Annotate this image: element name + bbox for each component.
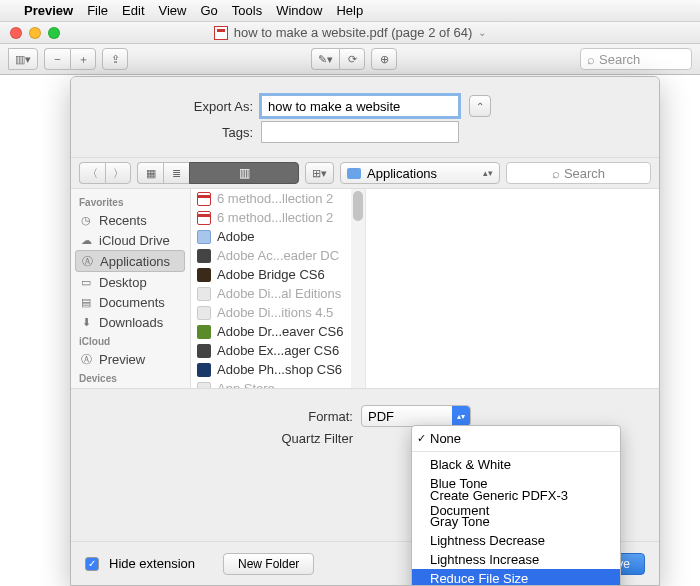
filter-option-reduce-file-size[interactable]: Reduce File Size bbox=[412, 569, 620, 586]
forward-button[interactable]: 〉 bbox=[105, 162, 131, 184]
file-name: 6 method...llection 2 bbox=[217, 210, 333, 225]
window-toolbar: ▥▾ − ＋ ⇪ ✎▾ ⟳ ⊕ ⌕ Search bbox=[0, 44, 700, 75]
browser-search-input[interactable]: ⌕ Search bbox=[506, 162, 651, 184]
file-icon bbox=[197, 363, 211, 377]
hide-extension-checkbox[interactable]: ✓ bbox=[85, 557, 99, 571]
browser-search-placeholder: Search bbox=[564, 166, 605, 181]
share-button[interactable]: ⇪ bbox=[102, 48, 128, 70]
sidebar-group-header: Favorites bbox=[71, 193, 190, 210]
menu-tools[interactable]: Tools bbox=[232, 3, 262, 18]
zoom-group: − ＋ bbox=[44, 48, 96, 70]
sidebar-toggle-button[interactable]: ▥▾ bbox=[8, 48, 38, 70]
popup-arrows-icon: ▴▾ bbox=[483, 168, 493, 178]
location-popup[interactable]: Applications ▴▾ bbox=[340, 162, 500, 184]
markup-group: ✎▾ ⟳ bbox=[311, 48, 365, 70]
file-item[interactable]: Adobe Ph...shop CS6▶ bbox=[191, 360, 365, 379]
file-name: Adobe Di...al Editions bbox=[217, 286, 341, 301]
icon-view-button[interactable]: ▦ bbox=[137, 162, 163, 184]
list-view-button[interactable]: ≣ bbox=[163, 162, 189, 184]
format-value: PDF bbox=[368, 409, 394, 424]
export-filename-input[interactable] bbox=[261, 95, 459, 117]
close-window-icon[interactable] bbox=[10, 27, 22, 39]
menu-go[interactable]: Go bbox=[200, 3, 217, 18]
minimize-window-icon[interactable] bbox=[29, 27, 41, 39]
app-menu[interactable]: Preview bbox=[24, 3, 73, 18]
browser-sidebar: Favorites◷Recents☁iCloud DriveⒶApplicati… bbox=[71, 189, 191, 388]
sidebar-item-downloads[interactable]: ⬇Downloads bbox=[71, 312, 190, 332]
format-section: Format: PDF ▴▾ Quartz Filter NoneBlack &… bbox=[71, 389, 659, 559]
sidebar-item-applications[interactable]: ⒶApplications bbox=[75, 250, 185, 272]
format-popup[interactable]: PDF ▴▾ bbox=[361, 405, 471, 427]
sidebar-item-icloud-drive[interactable]: ☁iCloud Drive bbox=[71, 230, 190, 250]
file-item[interactable]: Adobe Ex...ager CS6▶ bbox=[191, 341, 365, 360]
menu-edit[interactable]: Edit bbox=[122, 3, 144, 18]
sidebar-item-recents[interactable]: ◷Recents bbox=[71, 210, 190, 230]
column-view-button[interactable]: ▥ bbox=[189, 162, 299, 184]
document-icon bbox=[214, 26, 228, 40]
sidebar-item-label: Desktop bbox=[99, 275, 147, 290]
zoom-window-icon[interactable] bbox=[48, 27, 60, 39]
column-scrollbar[interactable] bbox=[351, 189, 365, 388]
sidebar-item-label: Recents bbox=[99, 213, 147, 228]
window-title: how to make a website.pdf (page 2 of 64) bbox=[234, 25, 472, 40]
sidebar-item-label: Preview bbox=[99, 352, 145, 367]
folder-icon bbox=[347, 168, 361, 179]
search-icon: ⌕ bbox=[587, 52, 595, 67]
filter-option-gray-tone[interactable]: Gray Tone bbox=[412, 512, 620, 531]
file-icon bbox=[197, 211, 211, 225]
sidebar-item-label: Downloads bbox=[99, 315, 163, 330]
menu-window[interactable]: Window bbox=[276, 3, 322, 18]
file-name: Adobe Dr...eaver CS6 bbox=[217, 324, 343, 339]
zoom-in-button[interactable]: ＋ bbox=[70, 48, 96, 70]
sidebar-item-documents[interactable]: ▤Documents bbox=[71, 292, 190, 312]
file-icon bbox=[197, 344, 211, 358]
sidebar-item-preview[interactable]: ⒶPreview bbox=[71, 349, 190, 369]
popup-arrows-icon: ▴▾ bbox=[452, 406, 470, 426]
menu-help[interactable]: Help bbox=[336, 3, 363, 18]
sidebar-item-desktop[interactable]: ▭Desktop bbox=[71, 272, 190, 292]
rotate-button[interactable]: ⟳ bbox=[339, 48, 365, 70]
filter-option-create-generic-pdfx-3-document[interactable]: Create Generic PDFX-3 Document bbox=[412, 493, 620, 512]
file-icon bbox=[197, 325, 211, 339]
window-titlebar: how to make a website.pdf (page 2 of 64)… bbox=[0, 22, 700, 44]
new-folder-button[interactable]: New Folder bbox=[223, 553, 314, 575]
toolbar-search-input[interactable]: ⌕ Search bbox=[580, 48, 692, 70]
file-item: App Store bbox=[191, 379, 365, 388]
collapse-sheet-button[interactable]: ⌃ bbox=[469, 95, 491, 117]
menu-file[interactable]: File bbox=[87, 3, 108, 18]
sheet-top-section: Export As: ⌃ Tags: bbox=[71, 77, 659, 158]
group-by-button[interactable]: ⊞▾ bbox=[305, 162, 334, 184]
file-item[interactable]: Adobe Bridge CS6 bbox=[191, 265, 365, 284]
file-item[interactable]: Adobe▶ bbox=[191, 227, 365, 246]
tags-label: Tags: bbox=[91, 125, 261, 140]
clock-icon: ◷ bbox=[79, 214, 93, 226]
file-icon bbox=[197, 192, 211, 206]
title-dropdown-icon[interactable]: ⌄ bbox=[478, 27, 486, 38]
file-item[interactable]: Adobe Dr...eaver CS6▶ bbox=[191, 322, 365, 341]
file-column: 6 method...llection 26 method...llection… bbox=[191, 189, 366, 388]
file-icon bbox=[197, 306, 211, 320]
file-browser: Favorites◷Recents☁iCloud DriveⒶApplicati… bbox=[71, 189, 659, 389]
back-button[interactable]: 〈 bbox=[79, 162, 105, 184]
menu-view[interactable]: View bbox=[159, 3, 187, 18]
sidebar-toggle-group: ▥▾ bbox=[8, 48, 38, 70]
empty-column bbox=[366, 189, 659, 388]
tags-input[interactable] bbox=[261, 121, 459, 143]
down-icon: ⬇ bbox=[79, 316, 93, 328]
zoom-out-button[interactable]: − bbox=[44, 48, 70, 70]
file-item: 6 method...llection 2 bbox=[191, 189, 365, 208]
file-name: Adobe Bridge CS6 bbox=[217, 267, 325, 282]
toolbar-search-placeholder: Search bbox=[599, 52, 640, 67]
cloud-icon: ☁ bbox=[79, 234, 93, 246]
filter-option-lightness-increase[interactable]: Lightness Increase bbox=[412, 550, 620, 569]
highlight-button[interactable]: ✎▾ bbox=[311, 48, 339, 70]
file-name: Adobe Ph...shop CS6 bbox=[217, 362, 342, 377]
traffic-lights bbox=[10, 27, 60, 39]
markup-toolbar-button[interactable]: ⊕ bbox=[371, 48, 397, 70]
filter-option-none[interactable]: None bbox=[412, 429, 620, 448]
filter-option-black-white[interactable]: Black & White bbox=[412, 455, 620, 474]
filter-option-lightness-decrease[interactable]: Lightness Decrease bbox=[412, 531, 620, 550]
search-icon: ⌕ bbox=[552, 166, 560, 181]
file-icon bbox=[197, 230, 211, 244]
file-icon bbox=[197, 382, 211, 389]
